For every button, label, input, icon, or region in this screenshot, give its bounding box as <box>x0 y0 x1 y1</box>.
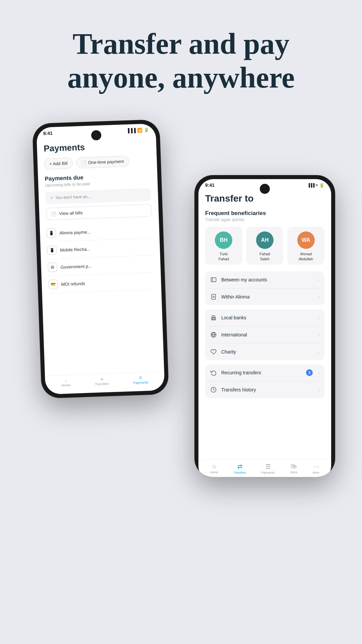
chevron-charity: › <box>318 349 320 355</box>
chevron-alinma: › <box>318 294 320 300</box>
payments-icon-front: ☰ <box>265 463 271 470</box>
avatar-ah: AH <box>256 231 274 249</box>
signal-icon-front: ▐▐▐ <box>307 183 314 187</box>
beneficiary-ah[interactable]: AH FahadSaleh <box>246 227 284 265</box>
wifi-icon: 📶 <box>137 127 142 133</box>
one-time-payment-btn[interactable]: 📄 One-time payment <box>76 156 129 168</box>
international-icon <box>210 331 217 338</box>
receipt-icon: 📄 <box>81 160 86 166</box>
chevron-history: › <box>318 387 320 392</box>
avatar-bh: BH <box>215 231 232 249</box>
back-bottom-nav: ⌂ Home ⇄ Transfers ☰ Payments <box>49 372 161 390</box>
view-bills-btn[interactable]: 📄 View all bills <box>46 204 152 220</box>
svg-rect-0 <box>211 278 216 282</box>
beneficiary-bh[interactable]: BH TurkiFahad <box>205 227 242 265</box>
signal-icon: ▐▐▐ <box>126 128 136 133</box>
menu-within-alinma[interactable]: Within Alinma › <box>205 288 324 305</box>
wifi-icon-front: ≈ <box>315 183 318 187</box>
chevron-local: › <box>318 315 320 320</box>
front-bottom-nav: ⌂ Home ⇄ Transfers ☰ Payments 🛍 Store ⋯ <box>202 459 327 477</box>
charity-icon <box>210 348 217 356</box>
beneficiary-name-bh: TurkiFahad <box>219 252 229 261</box>
menu-charity[interactable]: Charity › <box>205 343 324 360</box>
frequent-title: Frequent beneficiaries <box>205 210 324 217</box>
battery-icon: 🔋 <box>143 127 149 133</box>
svg-rect-1 <box>212 294 216 299</box>
menu-history[interactable]: Transfers history › <box>205 381 324 398</box>
between-accounts-label: Between my accounts <box>221 277 314 282</box>
status-icons-back: ▐▐▐ 📶 🔋 <box>126 127 149 133</box>
bills-icon: 📄 <box>51 211 57 217</box>
payments-due-section: Payments due Upcoming bills to be paid <box>45 172 151 188</box>
back-content: Payments + Add Bill 📄 One-time payment P… <box>37 134 162 299</box>
nav-home-back[interactable]: ⌂ Home <box>61 379 71 387</box>
international-label: International <box>221 332 314 337</box>
local-banks-label: Local banks <box>221 315 314 320</box>
nav-more-front[interactable]: ⋯ More <box>313 463 320 474</box>
notch-front <box>260 184 270 194</box>
avatar-wa: WA <box>297 231 315 249</box>
nav-transfers-front[interactable]: ⇄ Transfers <box>233 463 246 474</box>
headline: Transfer and pay anyone, anywhere <box>47 0 315 108</box>
menu-group-accounts: Between my accounts › Within Alinma › <box>205 271 324 305</box>
beneficiary-wa[interactable]: WA AhmadAbdullah <box>287 227 324 265</box>
no-bills-box: ✓ You don't have an... <box>45 188 152 205</box>
nav-transfers-back[interactable]: ⇄ Transfers <box>95 377 109 386</box>
menu-group-recurring: Recurring transfers 3 › Transfers histor… <box>205 364 324 398</box>
chevron-intl: › <box>318 332 320 337</box>
home-icon-front: ⌂ <box>212 463 216 470</box>
headline-text: Transfer and pay anyone, anywhere <box>67 27 295 95</box>
nav-store-front[interactable]: 🛍 Store <box>290 463 297 474</box>
within-alinma-label: Within Alinma <box>221 294 314 300</box>
list-item[interactable]: 💳 MOI refunds <box>48 273 155 293</box>
status-icons-front: ▐▐▐ ≈ 🔋 <box>307 183 324 188</box>
alinma-icon: 📱 <box>47 228 56 238</box>
services-list: 📱 Alinma payme... 📱 Mobile Recha... 🏛 Go… <box>46 221 155 293</box>
time-front: 9:41 <box>205 182 215 188</box>
accounts-icon <box>210 276 217 283</box>
beneficiaries-row: BH TurkiFahad AH FahadSaleh WA <box>205 227 324 265</box>
recurring-icon <box>210 369 217 376</box>
beneficiary-name-ah: FahadSaleh <box>259 252 270 261</box>
menu-local-banks[interactable]: Local banks › <box>205 309 324 326</box>
front-content: Transfer to Frequent beneficiaries Trans… <box>198 190 331 472</box>
check-icon: ✓ <box>50 196 53 200</box>
phone-front: 9:41 ▐▐▐ ≈ 🔋 Transfer to Frequent benefi… <box>194 175 335 477</box>
history-icon <box>210 386 217 393</box>
transfer-to-title: Transfer to <box>205 193 324 204</box>
transfers-icon-front: ⇄ <box>237 463 242 470</box>
mobile-icon: 📱 <box>47 246 57 255</box>
charity-label: Charity <box>221 349 314 355</box>
menu-group-transfer: Local banks › International › <box>205 309 324 360</box>
payments-buttons: + Add Bill 📄 One-time payment <box>44 155 150 170</box>
gov-icon: 🏛 <box>48 263 57 272</box>
transfers-icon: ⇄ <box>100 377 103 381</box>
more-icon-front: ⋯ <box>313 463 319 470</box>
battery-icon-front: 🔋 <box>319 183 324 188</box>
local-banks-icon <box>210 314 217 321</box>
moi-icon: 💳 <box>48 280 58 289</box>
beneficiary-name-wa: AhmadAbdullah <box>299 252 313 261</box>
add-bill-btn[interactable]: + Add Bill <box>44 158 73 170</box>
nav-payments-front[interactable]: ☰ Payments <box>261 463 275 474</box>
home-icon: ⌂ <box>65 379 67 382</box>
phones-container: 9:41 ▐▐▐ 📶 🔋 Payments + Add Bill 📄 One-t… <box>0 108 362 544</box>
alinma-icon <box>210 293 217 301</box>
time-back: 9:41 <box>43 130 53 136</box>
frequent-sub: Transfer again quickly <box>205 217 324 222</box>
chevron-accounts: › <box>318 277 320 282</box>
menu-between-accounts[interactable]: Between my accounts › <box>205 271 324 288</box>
phone-back: 9:41 ▐▐▐ 📶 🔋 Payments + Add Bill 📄 One-t… <box>32 119 169 399</box>
history-label: Transfers history <box>221 387 314 392</box>
nav-home-front[interactable]: ⌂ Home <box>210 463 218 474</box>
chevron-recurring: › <box>318 370 320 375</box>
menu-recurring[interactable]: Recurring transfers 3 › <box>205 364 324 381</box>
payments-title: Payments <box>44 140 150 154</box>
recurring-label: Recurring transfers <box>221 370 302 375</box>
payments-icon: ☰ <box>139 376 142 380</box>
menu-international[interactable]: International › <box>205 326 324 343</box>
store-icon-front: 🛍 <box>291 463 297 470</box>
recurring-badge: 3 <box>306 369 313 376</box>
nav-payments-back[interactable]: ☰ Payments <box>133 376 148 385</box>
